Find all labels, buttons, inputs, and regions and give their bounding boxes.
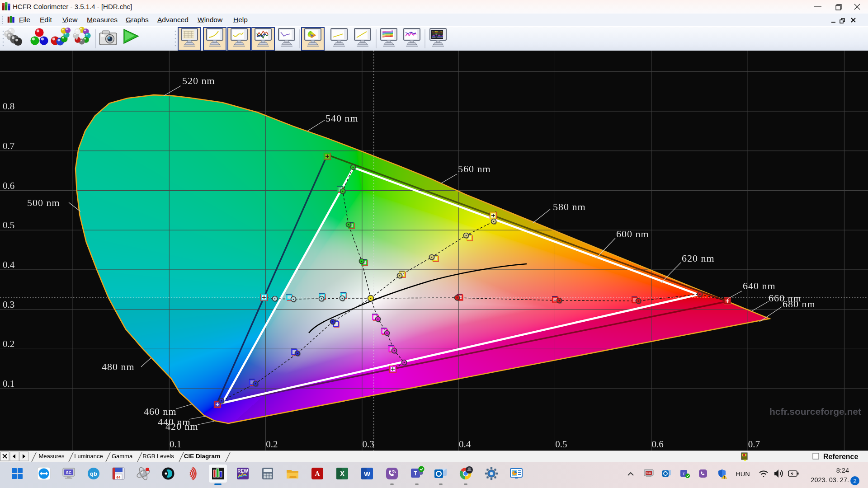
svg-text:Gamma: Gamma: [112, 453, 133, 460]
svg-text:X: X: [340, 470, 345, 478]
svg-text:0.1: 0.1: [3, 378, 14, 389]
svg-text:SC: SC: [66, 470, 72, 475]
svg-text:0.3: 0.3: [3, 299, 14, 310]
svg-text:580 nm: 580 nm: [553, 201, 586, 212]
svg-text:0.7: 0.7: [3, 141, 14, 151]
svg-text:0.1: 0.1: [170, 439, 181, 450]
svg-text:0.4: 0.4: [3, 259, 15, 270]
svg-text:620 nm: 620 nm: [682, 253, 715, 264]
svg-text:0.6: 0.6: [3, 180, 14, 191]
svg-text:qb: qb: [90, 470, 97, 477]
svg-text:Reference: Reference: [823, 453, 858, 460]
svg-text:Measures: Measures: [38, 453, 65, 460]
svg-text:hcfr.sourceforge.net: hcfr.sourceforge.net: [769, 406, 861, 417]
svg-text:0.2: 0.2: [266, 439, 278, 450]
svg-text:T: T: [683, 472, 685, 476]
svg-text:0.5: 0.5: [3, 220, 14, 230]
svg-text:560 nm: 560 nm: [458, 163, 491, 174]
svg-text:0.7: 0.7: [748, 439, 760, 450]
svg-text:HUN: HUN: [736, 470, 750, 478]
svg-text:480 nm: 480 nm: [102, 361, 135, 372]
svg-text:A: A: [315, 470, 320, 477]
svg-text:460 nm: 460 nm: [144, 406, 177, 417]
svg-text:680 nm: 680 nm: [783, 298, 816, 310]
svg-text:W: W: [364, 470, 371, 478]
svg-text:RGB Levels: RGB Levels: [142, 453, 174, 460]
svg-text:0.2: 0.2: [3, 338, 14, 349]
svg-text:0.8: 0.8: [3, 101, 14, 112]
svg-text:T: T: [414, 470, 417, 477]
svg-text:2: 2: [853, 478, 856, 484]
svg-text:0.5: 0.5: [555, 439, 567, 450]
svg-text:SC: SC: [646, 471, 651, 475]
svg-text:0.4: 0.4: [459, 439, 471, 450]
svg-text:600 nm: 600 nm: [616, 228, 649, 239]
svg-text:640 nm: 640 nm: [743, 280, 776, 291]
svg-text:64: 64: [117, 475, 121, 479]
svg-text:CIE Diagram: CIE Diagram: [184, 453, 220, 460]
svg-text:Luminance: Luminance: [74, 453, 103, 460]
svg-text:420 nm: 420 nm: [165, 421, 198, 432]
svg-text:540 nm: 540 nm: [326, 113, 359, 124]
svg-text:500 nm: 500 nm: [27, 197, 60, 208]
svg-text:520 nm: 520 nm: [182, 75, 215, 86]
svg-text:0.3: 0.3: [363, 439, 374, 450]
svg-text:0.6: 0.6: [652, 439, 664, 450]
svg-text:REW: REW: [237, 469, 248, 474]
